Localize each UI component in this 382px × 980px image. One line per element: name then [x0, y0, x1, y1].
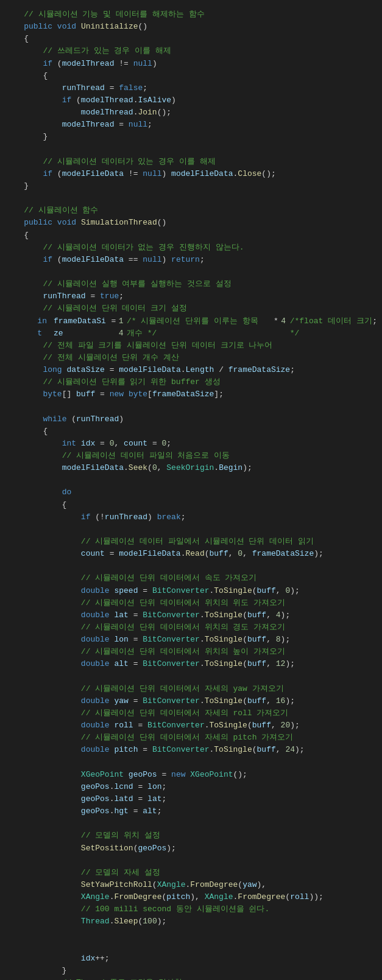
code-line: // 시뮬레이션 단위 데이터에서 위치의 경도 가져오기	[0, 621, 382, 634]
code-line	[0, 401, 382, 413]
code-line: // 시뮬레이션 단위 데이터에서 위치의 높이 가져오기	[0, 646, 382, 658]
code-line: {	[0, 499, 382, 511]
code-line: // 전체 파일 크기를 시뮬레이션 단위 데이터 크기로 나누어	[0, 340, 382, 352]
code-line: idx++;	[0, 953, 382, 965]
code-line: // 시뮬레이션 데이터가 없는 경우 진행하지 않는다.	[0, 242, 382, 254]
code-line	[0, 855, 382, 867]
code-line: geoPos.lcnd = lon;	[0, 781, 382, 793]
code-line: double lon = BitConverter.ToSingle(buff,…	[0, 634, 382, 646]
code-line	[0, 928, 382, 940]
code-line: public void Uninitialize()	[0, 21, 382, 33]
code-line	[0, 817, 382, 830]
code-line	[0, 144, 382, 156]
code-line: // 쓰레드가 있는 경우 이를 해제	[0, 45, 382, 57]
code-line: int idx = 0, count = 0;	[0, 438, 382, 450]
code-line: public void SimulationThread()	[0, 217, 382, 229]
code-line: {	[0, 425, 382, 438]
code-line: if (modelFileData == null) return;	[0, 254, 382, 266]
code-line: // 시뮬레이션 단위 데이터에서 위치의 위도 가져오기	[0, 597, 382, 609]
code-line: // 시뮬레이션 데이터가 있는 경우 이를 해제	[0, 156, 382, 168]
code-line: double roll = BitConverter.ToSingle(buff…	[0, 719, 382, 732]
code-line: modelThread.Join();	[0, 107, 382, 119]
code-line: }	[0, 965, 382, 977]
code-line: if (!runThread) break;	[0, 511, 382, 523]
code-line: byte[] buff = new byte[frameDataSize];	[0, 388, 382, 401]
code-line: }	[0, 131, 382, 143]
code-line: // 100 milli second 동안 시뮬레이션을 쉰다.	[0, 903, 382, 915]
code-line: if (modelThread != null)	[0, 58, 382, 70]
code-line: SetYawPitchRoll(XAngle.FromDegree(yaw),	[0, 879, 382, 891]
code-line: geoPos.latd = lat;	[0, 793, 382, 805]
code-line: // 시뮬레이션 기능 및 데이터를 해제하는 함수	[0, 9, 382, 21]
code-line: double lat = BitConverter.ToSingle(buff,…	[0, 609, 382, 621]
code-editor: // 시뮬레이션 기능 및 데이터를 해제하는 함수 public void U…	[0, 6, 382, 980]
code-line: Thread.Sleep(100);	[0, 915, 382, 928]
code-line: // 시뮬레이션 단위 데이터에서 자세의 roll 가져오기	[0, 707, 382, 719]
code-line	[0, 671, 382, 683]
code-line: count = modelFileData.Read(buff, 0, fram…	[0, 548, 382, 560]
code-line: // 시뮬레이션 단위를 읽기 위한 buffer 생성	[0, 376, 382, 388]
code-line: double speed = BitConverter.ToSingle(buf…	[0, 585, 382, 597]
code-line	[0, 940, 382, 953]
code-line: geoPos.hgt = alt;	[0, 805, 382, 817]
code-line	[0, 757, 382, 769]
code-line: modelFileData.Seek(0, SeekOrigin.Begin);	[0, 462, 382, 474]
code-line	[0, 523, 382, 536]
code-line: if (modelFileData != null) modelFileData…	[0, 168, 382, 180]
code-line	[0, 474, 382, 486]
code-line: XAngle.FromDegree(pitch), XAngle.FromDeg…	[0, 891, 382, 903]
code-line: // 시뮬레이션 실행 여부를 실행하는 것으로 설정	[0, 278, 382, 290]
code-line: while (runThread)	[0, 413, 382, 425]
code-line: // 시뮬레이션 단위 데이터에서 자세의 yaw 가져오기	[0, 683, 382, 695]
code-line	[0, 192, 382, 205]
code-line: SetPosition(geoPos);	[0, 842, 382, 855]
code-line: XGeoPoint geoPos = new XGeoPoint();	[0, 769, 382, 781]
code-line: {	[0, 70, 382, 82]
code-line: // Thread 종료 조건을 검사함	[0, 977, 382, 980]
code-line: // 모델의 위치 설정	[0, 830, 382, 842]
code-line: double pitch = BitConverter.ToSingle(buf…	[0, 744, 382, 756]
code-line: runThread = true;	[0, 290, 382, 303]
code-line: // 시뮬레이션 단위 데이터 크기 설정	[0, 303, 382, 315]
code-line	[0, 560, 382, 572]
code-line: // 시뮬레이션 단위 데이터에서 속도 가져오기	[0, 572, 382, 584]
code-line: // 시뮬레이션 단위 데이터에서 자세의 pitch 가져오기	[0, 732, 382, 744]
code-line: modelThread = null;	[0, 119, 382, 131]
code-line: // 시뮬레이션 데이터 파일의 처음으로 이동	[0, 450, 382, 462]
code-line: int frameDataSize = 14/* 시뮬레이션 단위를 이루는 항…	[0, 315, 382, 340]
code-line: double alt = BitConverter.ToSingle(buff,…	[0, 658, 382, 670]
code-line: // 시뮬레이션 데이터 파일에서 시뮬레이션 단위 데이터 읽기	[0, 536, 382, 548]
code-line: {	[0, 229, 382, 242]
code-line: double yaw = BitConverter.ToSingle(buff,…	[0, 695, 382, 707]
code-line	[0, 266, 382, 278]
code-line: }	[0, 180, 382, 192]
code-line: // 전체 시뮬레이션 단위 개수 계산	[0, 352, 382, 364]
code-line: if (modelThread.IsAlive)	[0, 94, 382, 107]
code-line: do	[0, 486, 382, 499]
code-line: runThread = false;	[0, 82, 382, 94]
code-line: {	[0, 33, 382, 45]
code-line: // 모델의 자세 설정	[0, 867, 382, 879]
code-line: long dataSize = modelFileData.Length / f…	[0, 364, 382, 376]
code-line: // 시뮬레이션 함수	[0, 205, 382, 217]
